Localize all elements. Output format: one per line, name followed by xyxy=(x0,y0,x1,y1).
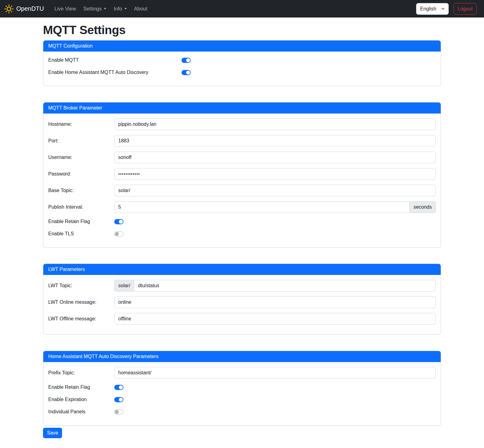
enable-expiration-label: Enable Expiration xyxy=(48,397,114,402)
chevron-down-icon xyxy=(441,7,445,10)
nav-item-label: About xyxy=(134,6,147,12)
port-label: Port: xyxy=(48,138,114,144)
hostname-label: Hostname: xyxy=(48,122,114,127)
top-navbar: OpenDTU Live View Settings Info About En… xyxy=(0,0,484,17)
enable-ha-discovery-label: Enable Home Assistant MQTT Auto Discover… xyxy=(48,70,182,75)
brand-label: OpenDTU xyxy=(16,5,44,12)
row-prefix-topic: Prefix Topic: xyxy=(48,367,436,379)
save-button[interactable]: Save xyxy=(43,428,62,438)
toggle-knob xyxy=(119,220,123,224)
card-mqtt-broker-parameter: MQTT Broker Parameter Hostname: Port: Us… xyxy=(43,102,441,248)
enable-mqtt-label: Enable MQTT xyxy=(48,57,182,63)
enable-expiration-toggle[interactable] xyxy=(114,397,123,402)
publish-interval-label: Publish Interval: xyxy=(48,204,114,210)
brand-opendtu[interactable]: OpenDTU xyxy=(4,4,44,14)
row-port: Port: xyxy=(48,135,436,147)
toggle-knob xyxy=(115,232,119,236)
nav-item-label: Settings xyxy=(83,6,102,12)
row-publish-interval: Publish Interval: seconds xyxy=(48,201,436,213)
card-lwt-parameters: LWT Parameters LWT Topic: solar/ LWT Onl… xyxy=(43,264,441,335)
row-enable-ha-discovery: Enable Home Assistant MQTT Auto Discover… xyxy=(48,69,436,76)
ha-enable-retain-flag-label: Enable Retain Flag xyxy=(48,384,114,390)
password-input[interactable] xyxy=(114,168,436,180)
lwt-topic-group: solar/ xyxy=(114,280,436,292)
enable-tls-label: Enable TLS xyxy=(48,231,114,237)
card-mqtt-configuration: MQTT Configuration Enable MQTT Enable Ho… xyxy=(43,40,441,86)
logout-button[interactable]: Logout xyxy=(454,3,477,15)
row-hostname: Hostname: xyxy=(48,118,436,130)
card-body: LWT Topic: solar/ LWT Online message: LW… xyxy=(43,275,441,334)
row-lwt-online: LWT Online message: xyxy=(48,296,436,308)
lwt-online-label: LWT Online message: xyxy=(48,299,114,305)
card-header: Home Assistant MQTT Auto Discovery Param… xyxy=(43,351,441,362)
individual-panels-label: Individual Panels xyxy=(48,409,114,415)
nav-links: Live View Settings Info About xyxy=(52,3,416,14)
card-ha-discovery-parameters: Home Assistant MQTT Auto Discovery Param… xyxy=(43,351,441,426)
toggle-knob xyxy=(119,385,123,389)
row-ha-enable-retain-flag: Enable Retain Flag xyxy=(48,384,436,391)
nav-item-settings[interactable]: Settings xyxy=(81,3,109,14)
toggle-knob xyxy=(186,58,190,62)
nav-item-live-view[interactable]: Live View xyxy=(52,3,78,14)
lwt-topic-prefix: solar/ xyxy=(114,280,134,292)
enable-ha-discovery-toggle[interactable] xyxy=(182,70,191,75)
row-username: Username: xyxy=(48,152,436,163)
enable-mqtt-toggle[interactable] xyxy=(182,58,191,63)
language-select[interactable]: English xyxy=(416,3,449,15)
nav-item-label: Info xyxy=(114,6,122,12)
username-input[interactable] xyxy=(114,152,436,163)
toggle-knob xyxy=(115,410,119,414)
lwt-online-input[interactable] xyxy=(114,296,436,308)
enable-tls-toggle[interactable] xyxy=(114,231,123,237)
nav-item-label: Live View xyxy=(54,6,76,12)
card-body: Prefix Topic: Enable Retain Flag Enable … xyxy=(43,362,441,425)
port-input[interactable] xyxy=(114,135,436,147)
caret-down-icon xyxy=(124,8,127,10)
lwt-offline-input[interactable] xyxy=(114,313,436,325)
card-header: MQTT Broker Parameter xyxy=(43,102,441,114)
prefix-topic-input[interactable] xyxy=(114,367,436,379)
main-content: MQTT Settings MQTT Configuration Enable … xyxy=(39,23,445,446)
card-body: Enable MQTT Enable Home Assistant MQTT A… xyxy=(43,52,441,86)
row-lwt-topic: LWT Topic: solar/ xyxy=(48,280,436,292)
row-enable-tls: Enable TLS xyxy=(48,230,436,238)
hostname-input[interactable] xyxy=(114,118,436,130)
card-body: Hostname: Port: Username: Password: Base… xyxy=(43,114,441,247)
page-title: MQTT Settings xyxy=(43,23,441,37)
row-base-topic: Base Topic: xyxy=(48,185,436,196)
username-label: Username: xyxy=(48,155,114,160)
toggle-knob xyxy=(119,398,123,402)
nav-item-info[interactable]: Info xyxy=(111,3,129,14)
ha-enable-retain-flag-toggle[interactable] xyxy=(114,385,123,390)
row-enable-retain-flag: Enable Retain Flag xyxy=(48,218,436,225)
lwt-topic-input[interactable] xyxy=(134,280,436,292)
card-header: LWT Parameters xyxy=(43,264,441,275)
row-password: Password: xyxy=(48,168,436,180)
password-label: Password: xyxy=(48,171,114,177)
navbar-right: English Logout xyxy=(416,3,477,15)
publish-interval-group: seconds xyxy=(114,201,436,213)
row-individual-panels: Individual Panels xyxy=(48,408,436,415)
enable-retain-flag-label: Enable Retain Flag xyxy=(48,219,114,224)
sun-icon xyxy=(4,4,14,14)
prefix-topic-label: Prefix Topic: xyxy=(48,370,114,376)
language-select-value: English xyxy=(420,6,436,12)
base-topic-label: Base Topic: xyxy=(48,188,114,193)
publish-interval-input[interactable] xyxy=(114,201,410,213)
nav-item-about[interactable]: About xyxy=(132,3,150,14)
row-lwt-offline: LWT Offline message: xyxy=(48,313,436,325)
row-enable-expiration: Enable Expiration xyxy=(48,396,436,403)
lwt-topic-label: LWT Topic: xyxy=(48,283,114,288)
enable-retain-flag-toggle[interactable] xyxy=(114,219,123,224)
row-enable-mqtt: Enable MQTT xyxy=(48,56,436,64)
lwt-offline-label: LWT Offline message: xyxy=(48,316,114,322)
individual-panels-toggle[interactable] xyxy=(114,409,123,415)
publish-interval-unit: seconds xyxy=(410,201,436,213)
base-topic-input[interactable] xyxy=(114,185,436,196)
caret-down-icon xyxy=(104,8,106,10)
card-header: MQTT Configuration xyxy=(43,41,441,52)
toggle-knob xyxy=(186,71,190,75)
